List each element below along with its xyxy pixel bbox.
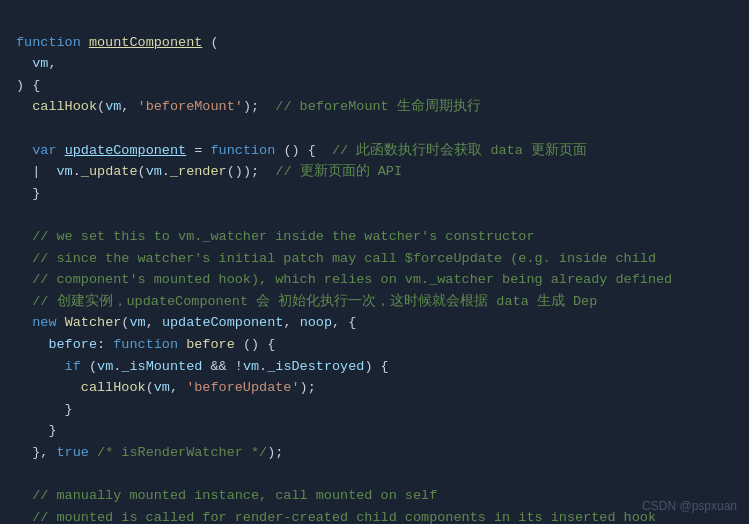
fn-before: before — [186, 337, 235, 352]
fn-Watcher: Watcher — [65, 315, 122, 330]
fn-mountComponent: mountComponent — [89, 35, 202, 50]
fn-callHook: callHook — [32, 99, 97, 114]
code-container: function mountComponent ( vm, ) { callHo… — [0, 0, 749, 524]
fn-_update: _update — [81, 164, 138, 179]
watermark: CSDN @pspxuan — [642, 497, 737, 516]
keyword-function: function — [16, 35, 81, 50]
fn-callHook2: callHook — [81, 380, 146, 395]
var-updateComponent: updateComponent — [65, 143, 187, 158]
param-vm: vm — [32, 56, 48, 71]
fn-_render: _render — [170, 164, 227, 179]
